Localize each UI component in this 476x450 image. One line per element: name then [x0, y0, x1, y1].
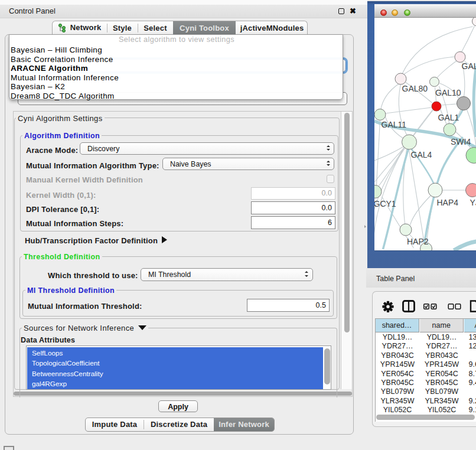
svg-text:GCY1: GCY1: [374, 199, 396, 208]
svg-text:GAL80: GAL80: [402, 84, 428, 93]
svg-text:GAL2: GAL2: [461, 61, 476, 71]
svg-text:GAL1: GAL1: [438, 113, 459, 122]
svg-text:GAL11: GAL11: [381, 120, 406, 129]
svg-text:GAL10: GAL10: [435, 88, 461, 97]
svg-text:SWI4: SWI4: [451, 137, 471, 146]
svg-text:YJ: YJ: [470, 198, 476, 207]
svg-text:GAL4: GAL4: [410, 150, 432, 159]
svg-text:HAP4: HAP4: [436, 198, 458, 207]
svg-text:HAP2: HAP2: [407, 237, 429, 246]
